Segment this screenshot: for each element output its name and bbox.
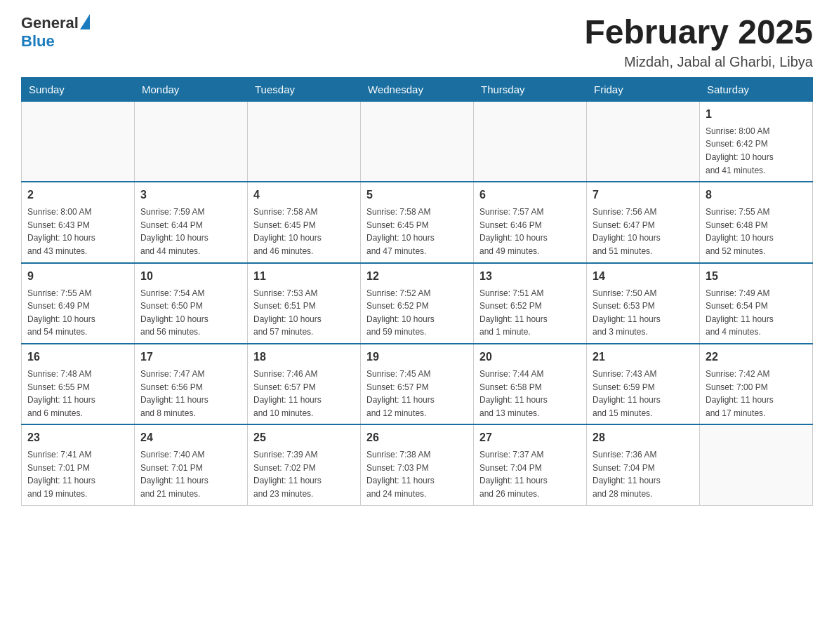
logo-general-text: General [21, 14, 79, 32]
title-block: February 2025 Mizdah, Jabal al Gharbi, L… [584, 14, 813, 70]
day-number: 17 [140, 349, 241, 365]
calendar-day-cell: 10Sunrise: 7:54 AM Sunset: 6:50 PM Dayli… [135, 263, 248, 344]
calendar-table: SundayMondayTuesdayWednesdayThursdayFrid… [21, 77, 813, 506]
day-number: 11 [253, 268, 355, 285]
day-number: 8 [706, 187, 807, 203]
day-info: Sunrise: 7:45 AM Sunset: 6:57 PM Dayligh… [366, 368, 468, 420]
calendar-day-cell: 19Sunrise: 7:45 AM Sunset: 6:57 PM Dayli… [361, 344, 474, 424]
day-info: Sunrise: 7:37 AM Sunset: 7:04 PM Dayligh… [479, 448, 581, 500]
day-number: 20 [479, 349, 581, 365]
day-number: 19 [366, 349, 468, 365]
day-number: 26 [366, 429, 468, 446]
day-number: 28 [593, 429, 694, 446]
calendar-day-cell [22, 101, 135, 182]
calendar-day-cell [700, 424, 813, 505]
calendar-day-cell: 4Sunrise: 7:58 AM Sunset: 6:45 PM Daylig… [248, 182, 361, 262]
calendar-day-cell: 5Sunrise: 7:58 AM Sunset: 6:45 PM Daylig… [361, 182, 474, 262]
calendar-header-saturday: Saturday [700, 77, 813, 101]
location-title: Mizdah, Jabal al Gharbi, Libya [584, 54, 813, 70]
day-info: Sunrise: 7:43 AM Sunset: 6:59 PM Dayligh… [593, 368, 694, 420]
day-number: 22 [706, 349, 807, 365]
day-number: 14 [593, 268, 694, 285]
calendar-day-cell: 11Sunrise: 7:53 AM Sunset: 6:51 PM Dayli… [248, 263, 361, 344]
day-info: Sunrise: 7:44 AM Sunset: 6:58 PM Dayligh… [479, 368, 581, 420]
day-number: 12 [366, 268, 468, 285]
day-info: Sunrise: 8:00 AM Sunset: 6:42 PM Dayligh… [706, 125, 807, 177]
day-info: Sunrise: 8:00 AM Sunset: 6:43 PM Dayligh… [27, 206, 128, 257]
day-info: Sunrise: 7:47 AM Sunset: 6:56 PM Dayligh… [140, 368, 241, 420]
day-info: Sunrise: 7:56 AM Sunset: 6:47 PM Dayligh… [593, 206, 694, 257]
day-info: Sunrise: 7:41 AM Sunset: 7:01 PM Dayligh… [27, 448, 128, 500]
calendar-day-cell: 6Sunrise: 7:57 AM Sunset: 6:46 PM Daylig… [474, 182, 587, 262]
day-info: Sunrise: 7:54 AM Sunset: 6:50 PM Dayligh… [140, 287, 241, 339]
calendar-day-cell: 8Sunrise: 7:55 AM Sunset: 6:48 PM Daylig… [700, 182, 813, 262]
calendar-header-thursday: Thursday [474, 77, 587, 101]
calendar-day-cell [361, 101, 474, 182]
calendar-day-cell: 16Sunrise: 7:48 AM Sunset: 6:55 PM Dayli… [22, 344, 135, 424]
day-number: 25 [253, 429, 355, 446]
logo-blue-text: Blue [21, 32, 55, 51]
day-info: Sunrise: 7:36 AM Sunset: 7:04 PM Dayligh… [593, 448, 694, 500]
logo: General Blue [21, 14, 90, 51]
day-number: 18 [253, 349, 355, 365]
calendar-day-cell: 15Sunrise: 7:49 AM Sunset: 6:54 PM Dayli… [700, 263, 813, 344]
calendar-day-cell: 7Sunrise: 7:56 AM Sunset: 6:47 PM Daylig… [587, 182, 700, 262]
day-info: Sunrise: 7:59 AM Sunset: 6:44 PM Dayligh… [140, 206, 241, 257]
day-number: 7 [593, 187, 694, 203]
day-number: 13 [479, 268, 581, 285]
day-number: 24 [140, 429, 241, 446]
day-info: Sunrise: 7:39 AM Sunset: 7:02 PM Dayligh… [253, 448, 355, 500]
day-info: Sunrise: 7:46 AM Sunset: 6:57 PM Dayligh… [253, 368, 355, 420]
calendar-day-cell [135, 101, 248, 182]
page-header: General Blue February 2025 Mizdah, Jabal… [21, 14, 813, 70]
day-number: 27 [479, 429, 581, 446]
calendar-day-cell: 14Sunrise: 7:50 AM Sunset: 6:53 PM Dayli… [587, 263, 700, 344]
calendar-day-cell: 12Sunrise: 7:52 AM Sunset: 6:52 PM Dayli… [361, 263, 474, 344]
calendar-header-friday: Friday [587, 77, 700, 101]
calendar-day-cell: 28Sunrise: 7:36 AM Sunset: 7:04 PM Dayli… [587, 424, 700, 505]
calendar-week-row: 23Sunrise: 7:41 AM Sunset: 7:01 PM Dayli… [22, 424, 813, 505]
calendar-day-cell: 24Sunrise: 7:40 AM Sunset: 7:01 PM Dayli… [135, 424, 248, 505]
calendar-day-cell: 23Sunrise: 7:41 AM Sunset: 7:01 PM Dayli… [22, 424, 135, 505]
calendar-header-wednesday: Wednesday [361, 77, 474, 101]
day-info: Sunrise: 7:55 AM Sunset: 6:48 PM Dayligh… [706, 206, 807, 257]
day-number: 21 [593, 349, 694, 365]
day-info: Sunrise: 7:40 AM Sunset: 7:01 PM Dayligh… [140, 448, 241, 500]
day-number: 16 [27, 349, 128, 365]
calendar-header-tuesday: Tuesday [248, 77, 361, 101]
calendar-day-cell: 22Sunrise: 7:42 AM Sunset: 7:00 PM Dayli… [700, 344, 813, 424]
day-number: 15 [706, 268, 807, 285]
day-info: Sunrise: 7:53 AM Sunset: 6:51 PM Dayligh… [253, 287, 355, 339]
day-info: Sunrise: 7:55 AM Sunset: 6:49 PM Dayligh… [27, 287, 128, 339]
calendar-header-monday: Monday [135, 77, 248, 101]
day-info: Sunrise: 7:58 AM Sunset: 6:45 PM Dayligh… [366, 206, 468, 257]
day-info: Sunrise: 7:51 AM Sunset: 6:52 PM Dayligh… [479, 287, 581, 339]
month-title: February 2025 [584, 14, 813, 51]
calendar-day-cell [474, 101, 587, 182]
calendar-day-cell: 18Sunrise: 7:46 AM Sunset: 6:57 PM Dayli… [248, 344, 361, 424]
day-info: Sunrise: 7:38 AM Sunset: 7:03 PM Dayligh… [366, 448, 468, 500]
calendar-day-cell: 27Sunrise: 7:37 AM Sunset: 7:04 PM Dayli… [474, 424, 587, 505]
calendar-header-sunday: Sunday [22, 77, 135, 101]
day-number: 9 [27, 268, 128, 285]
calendar-week-row: 9Sunrise: 7:55 AM Sunset: 6:49 PM Daylig… [22, 263, 813, 344]
calendar-header-row: SundayMondayTuesdayWednesdayThursdayFrid… [22, 77, 813, 101]
day-info: Sunrise: 7:48 AM Sunset: 6:55 PM Dayligh… [27, 368, 128, 420]
day-info: Sunrise: 7:58 AM Sunset: 6:45 PM Dayligh… [253, 206, 355, 257]
calendar-day-cell: 17Sunrise: 7:47 AM Sunset: 6:56 PM Dayli… [135, 344, 248, 424]
calendar-week-row: 1Sunrise: 8:00 AM Sunset: 6:42 PM Daylig… [22, 101, 813, 182]
calendar-day-cell: 3Sunrise: 7:59 AM Sunset: 6:44 PM Daylig… [135, 182, 248, 262]
day-number: 23 [27, 429, 128, 446]
calendar-week-row: 2Sunrise: 8:00 AM Sunset: 6:43 PM Daylig… [22, 182, 813, 262]
calendar-day-cell [587, 101, 700, 182]
calendar-day-cell: 26Sunrise: 7:38 AM Sunset: 7:03 PM Dayli… [361, 424, 474, 505]
day-number: 4 [253, 187, 355, 203]
day-info: Sunrise: 7:57 AM Sunset: 6:46 PM Dayligh… [479, 206, 581, 257]
calendar-day-cell: 20Sunrise: 7:44 AM Sunset: 6:58 PM Dayli… [474, 344, 587, 424]
day-number: 3 [140, 187, 241, 203]
day-info: Sunrise: 7:50 AM Sunset: 6:53 PM Dayligh… [593, 287, 694, 339]
day-number: 5 [366, 187, 468, 203]
calendar-day-cell: 9Sunrise: 7:55 AM Sunset: 6:49 PM Daylig… [22, 263, 135, 344]
day-number: 10 [140, 268, 241, 285]
calendar-day-cell: 2Sunrise: 8:00 AM Sunset: 6:43 PM Daylig… [22, 182, 135, 262]
